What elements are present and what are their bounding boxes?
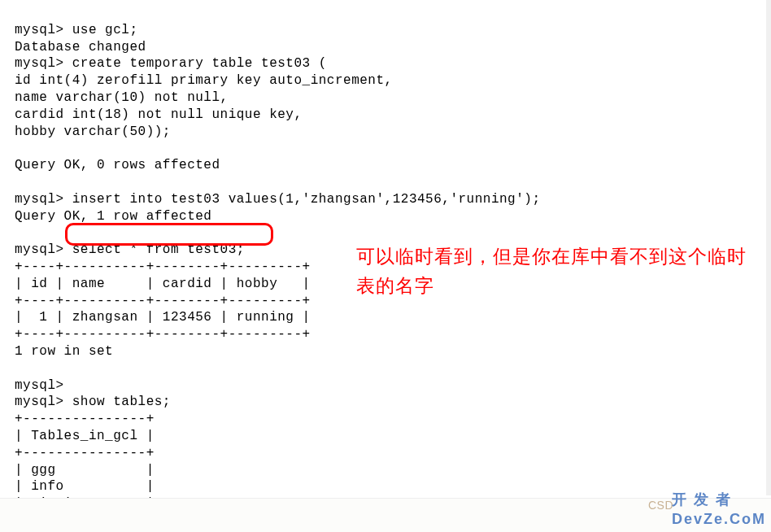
terminal-line: +----+----------+--------+---------+ xyxy=(15,294,311,308)
terminal-line: | info | xyxy=(15,479,155,494)
terminal-line: hobby varchar(50)); xyxy=(15,124,171,139)
watermark: 开 发 者 DevZe.CoM xyxy=(672,491,766,529)
terminal-line: mysql> xyxy=(15,378,64,393)
terminal-line: mysql> show tables; xyxy=(15,395,171,409)
terminal-line: cardid int(18) not null unique key, xyxy=(15,107,303,122)
terminal-line: +---------------+ xyxy=(15,446,155,460)
watermark-line1: 开 发 者 xyxy=(672,491,766,509)
terminal-line: Query OK, 1 row affected xyxy=(15,209,211,224)
terminal-line: Query OK, 0 rows affected xyxy=(15,158,220,172)
watermark-line2: DevZe.CoM xyxy=(672,510,766,529)
terminal-line: +---------------+ xyxy=(15,412,155,426)
terminal-line: mysql> select * from test03; xyxy=(15,242,245,257)
terminal-line: +----+----------+--------+---------+ xyxy=(15,259,311,274)
terminal-line: Database changed xyxy=(15,40,146,55)
terminal-line: | id | name | cardid | hobby | xyxy=(15,277,311,291)
csd-watermark: CSD xyxy=(648,498,673,512)
terminal-line: | ggg | xyxy=(15,463,155,477)
terminal-line: name varchar(10) not null, xyxy=(15,90,229,105)
terminal-line: mysql> insert into test03 values(1,'zhan… xyxy=(15,192,541,207)
terminal-line: mysql> use gcl; xyxy=(15,23,138,37)
annotation-text: 可以临时看到，但是你在库中看不到这个临时表的名字 xyxy=(356,242,747,300)
scrollbar[interactable] xyxy=(766,0,771,495)
terminal-line: id int(4) zerofill primary key auto_incr… xyxy=(15,73,393,88)
terminal-line: 1 row in set xyxy=(15,344,113,359)
terminal-line: | 1 | zhangsan | 123456 | running | xyxy=(15,310,311,325)
terminal-line: mysql> create temporary table test03 ( xyxy=(15,56,327,71)
terminal-line: +----+----------+--------+---------+ xyxy=(15,327,311,342)
terminal-line: | Tables_in_gcl | xyxy=(15,429,155,443)
